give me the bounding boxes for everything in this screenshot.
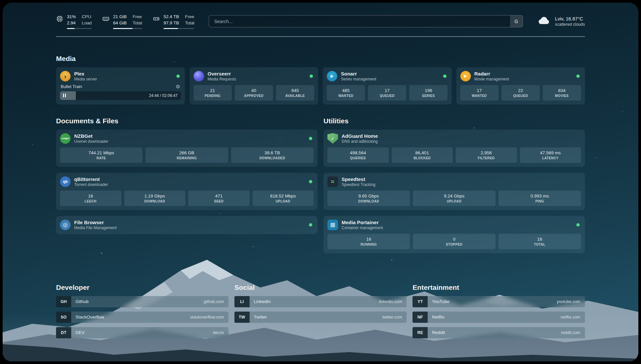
weather-text: Lviv, 16.87°C scattered clouds (555, 16, 585, 27)
card-header: ≈SpeedtestSpeedtest Tracking (327, 176, 581, 187)
card-header: qbqBittorrentTorrent downloader (60, 176, 314, 187)
stat-value: 9.65 Gbps (358, 194, 379, 198)
stat-leech: 16LEECH (60, 191, 121, 206)
stat-value: 17 (477, 88, 482, 93)
bookmark-abbr: DT (56, 327, 71, 338)
card-header: ▦Media PortainerContainer management (327, 220, 581, 230)
stat-label: QUEUED (380, 94, 395, 98)
stat-value: 16 (366, 237, 371, 242)
bookmark-url: github.com (204, 296, 229, 307)
card-qbittorrent[interactable]: qbqBittorrentTorrent downloader16LEECH1.… (56, 173, 318, 210)
card-speedtest[interactable]: ≈SpeedtestSpeedtest Tracking9.65 GbpsDOW… (323, 173, 585, 210)
service-subtitle: Container management (342, 226, 383, 230)
stat-label: RUNNING (360, 243, 377, 246)
playback-time: 24:44 / 02:06:47 (149, 93, 178, 98)
card-portainer[interactable]: ▦Media PortainerContainer management16RU… (323, 216, 585, 253)
stat-upload: 9.24 GbpsUPLOAD (413, 191, 495, 206)
bookmark-url: twitter.com (382, 312, 407, 323)
utilities-card-list: ✓AdGuard HomeDNS and adblocking498,564QU… (323, 130, 585, 253)
stat-row: 744.21 MbpsRATE266 GBREMAINING39.6 TBDOW… (60, 147, 314, 163)
service-subtitle: DNS and adblocking (342, 139, 378, 144)
bookmark-url: dev.to (213, 327, 229, 338)
service-subtitle: Speedtest Tracking (342, 182, 376, 187)
settings-icon[interactable]: ⚙ (176, 84, 180, 89)
bookmark-group-entertainment: EntertainmentYTYouTubeyoutube.comNFNetfl… (412, 284, 585, 343)
stat-value: 16 (537, 237, 542, 242)
pause-icon[interactable] (63, 94, 66, 97)
bookmark-url: stackoverflow.com (190, 312, 229, 323)
bookmark-reddit[interactable]: RERedditreddit.com (412, 327, 585, 338)
bookmark-name: DEV (71, 327, 85, 338)
weather-widget[interactable]: Lviv, 16.87°C scattered clouds (537, 14, 585, 29)
bookmark-stackoverflow[interactable]: SOStackOverflowstackoverflow.com (56, 312, 229, 323)
playback-progress-bar[interactable]: 24:44 / 02:06:47 (60, 91, 181, 100)
bookmark-abbr: TW (234, 312, 250, 323)
bookmark-group-title: Entertainment (412, 284, 585, 291)
bookmark-url: reddit.com (561, 327, 585, 338)
section-title-media: Media (56, 55, 585, 63)
cpu-usage-value: 31% (67, 14, 76, 20)
filebrowser-icon: ◎ (60, 220, 71, 230)
now-playing-title: Bullet Train (61, 84, 82, 89)
service-title: Plex (74, 71, 97, 76)
card-header: ›PlexMedia server (60, 71, 181, 81)
bookmark-youtube[interactable]: YTYouTubeyoutube.com (412, 296, 585, 307)
qbittorrent-icon: qb (60, 176, 71, 187)
stat-queued: 22QUEUED (502, 85, 540, 101)
bookmark-dev[interactable]: DTDEVdev.to (56, 327, 229, 338)
bookmark-netflix[interactable]: NFNetflixnetflix.com (412, 312, 585, 323)
overseerr-icon (194, 71, 204, 81)
card-adguard[interactable]: ✓AdGuard HomeDNS and adblocking498,564QU… (323, 130, 585, 167)
bookmark-url: youtube.com (557, 296, 585, 307)
bookmark-twitter[interactable]: TWTwittertwitter.com (234, 312, 407, 323)
plex-now-playing: Bullet Train⚙24:44 / 02:06:47 (60, 84, 181, 100)
stat-available: 945AVAILABLE (276, 85, 314, 101)
memory-free-label: Free (133, 14, 142, 20)
stat-running: 16RUNNING (327, 234, 410, 249)
disk-icon (153, 15, 160, 22)
stat-wanted: 17WANTED (460, 85, 499, 101)
card-plex[interactable]: ›PlexMedia serverBullet Train⚙24:44 / 02… (56, 67, 185, 105)
stat-label: SERIES (422, 94, 435, 98)
bookmark-abbr: LI (234, 296, 250, 307)
bookmark-github[interactable]: GHGithubgithub.com (56, 296, 229, 307)
memory-icon (102, 15, 109, 22)
card-nzbget[interactable]: nzbgetNZBGetUsenet downloader744.21 Mbps… (56, 130, 318, 167)
card-radarr[interactable]: ▸RadarrMovie management17WANTED22QUEUED8… (456, 67, 585, 105)
stat-value: 0 (453, 237, 456, 242)
cpu-load-label: Load (82, 20, 92, 26)
disk-free-value: 52.4 TB (164, 14, 179, 20)
search-input[interactable] (209, 15, 523, 27)
card-overseerr[interactable]: OverseerrMedia Requests21PENDING40APPROV… (190, 67, 319, 105)
status-indicator (576, 223, 580, 227)
stat-value: 945 (291, 88, 299, 93)
stat-blocked: 86,401BLOCKED (392, 147, 453, 163)
card-sonarr[interactable]: ▸SonarrSeries management485WANTED17QUEUE… (323, 67, 452, 105)
service-title: qBittorrent (74, 176, 108, 182)
service-title: Speedtest (342, 176, 376, 182)
plex-icon: › (60, 71, 71, 81)
stat-label: REMAINING (177, 156, 197, 160)
stat-label: AVAILABLE (285, 94, 305, 98)
status-indicator (309, 223, 312, 227)
stat-value: 16 (88, 194, 93, 198)
service-subtitle: Media File Management (74, 226, 117, 230)
search-provider-button[interactable]: G (510, 15, 523, 27)
card-header: OverseerrMedia Requests (194, 71, 315, 81)
stat-label: FILTERED (478, 156, 495, 160)
card-filebrowser[interactable]: ◎File BrowserMedia File Management (56, 216, 318, 234)
stat-movies: 834MOVIES (543, 85, 581, 101)
weather-location: Lviv, 16.87°C (555, 16, 585, 21)
service-subtitle: Torrent downloader (74, 182, 108, 187)
memory-total-value: 64 GiB (113, 20, 127, 26)
stat-label: DOWNLOADED (259, 156, 285, 160)
bookmark-linkedin[interactable]: LILinkedInlinkedin.com (234, 296, 407, 307)
stat-label: RATE (97, 156, 106, 160)
stat-latency: 47.569 msLATENCY (520, 147, 581, 163)
system-resources: 31% CPU 2.94 Load 21 (56, 14, 194, 29)
stat-value: 485 (342, 88, 350, 93)
memory-widget: 21 GiB Free 64 GiB Total (102, 14, 142, 29)
stat-wanted: 485WANTED (327, 85, 365, 101)
card-header: nzbgetNZBGetUsenet downloader (60, 133, 314, 144)
status-indicator (176, 75, 180, 78)
